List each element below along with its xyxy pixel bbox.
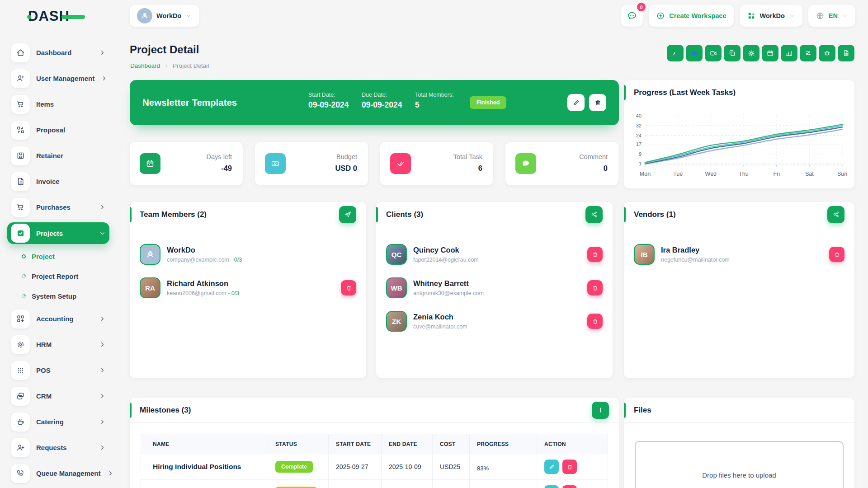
sidebar-subitem-system-setup[interactable]: System Setup	[7, 286, 109, 306]
language-label: EN	[829, 12, 838, 19]
chevron-down-icon	[789, 13, 795, 19]
remove-vendor-button[interactable]	[829, 247, 844, 262]
svg-text:40: 40	[636, 113, 642, 118]
timeline-button[interactable]	[800, 45, 816, 61]
sidebar-item-invoice[interactable]: Invoice	[7, 169, 109, 194]
remove-client-button[interactable]	[587, 247, 603, 262]
sidebar-item-dashboard[interactable]: Dashboard	[7, 40, 109, 66]
create-workspace-button[interactable]: Create Workspace	[649, 5, 733, 27]
project-name: Newsletter Templates	[142, 97, 237, 108]
calendar-icon	[766, 49, 774, 57]
table-row: Communication Updates Incomplete 2025-10…	[141, 480, 608, 488]
remove-client-button[interactable]	[587, 314, 603, 329]
accent-bar	[624, 207, 626, 222]
sidebar-item-user-management[interactable]: User Management	[7, 66, 109, 91]
remove-client-button[interactable]	[587, 280, 603, 296]
google-drive-button[interactable]	[667, 45, 684, 61]
client-row: ZK Zenia Koch cuve@mailinator.com	[376, 307, 613, 336]
report-button[interactable]	[838, 45, 854, 61]
chevron-down-icon	[185, 13, 192, 19]
due-date-group: Due Date: 09-09-2024	[362, 92, 402, 110]
onedrive-icon	[690, 49, 699, 58]
sidebar-item-projects[interactable]: Projects	[7, 222, 109, 244]
share-clients-button[interactable]	[585, 206, 603, 223]
language-selector[interactable]: EN	[808, 5, 855, 27]
file-dropzone[interactable]: Drop files here to upload	[635, 441, 844, 488]
edit-project-button[interactable]	[567, 94, 585, 111]
workspace-name: WorkDo	[156, 12, 181, 19]
trash-icon	[592, 251, 599, 258]
status-badge: Complete	[275, 461, 313, 473]
edit-milestone-button[interactable]	[544, 485, 559, 488]
add-milestone-button[interactable]	[592, 402, 609, 419]
apps-menu-button[interactable]: WorkDo	[740, 5, 802, 27]
google-drive-icon	[671, 49, 679, 57]
svg-text:Tue: Tue	[673, 171, 683, 177]
pencil-icon	[572, 99, 580, 107]
table-header-row: NAME STATUS START DATE END DATE COST PRO…	[141, 434, 608, 454]
app-logo[interactable]: DASH	[28, 8, 70, 24]
chevron-right-icon	[99, 444, 106, 451]
total-members-value: 5	[415, 100, 453, 110]
bug-button[interactable]	[819, 45, 835, 61]
sidebar-item-items[interactable]: Items	[7, 91, 109, 117]
sidebar-item-proposal[interactable]: Proposal	[7, 117, 109, 143]
sidebar-item-catering[interactable]: Catering	[7, 409, 109, 435]
stat-card-days-left: Days left-49	[130, 142, 243, 185]
copy-button[interactable]	[724, 45, 741, 61]
budget-value: USD 0	[335, 164, 357, 173]
chevron-right-icon	[99, 341, 106, 348]
sidebar-item-purchases[interactable]: Purchases	[7, 194, 109, 220]
svg-text:Fri: Fri	[773, 171, 780, 177]
sidebar-item-requests[interactable]: Requests	[7, 435, 109, 460]
sidebar-item-hrm[interactable]: HRM	[7, 332, 109, 357]
trash-icon	[592, 285, 599, 291]
quick-actions-toolbar	[667, 45, 854, 61]
accent-bar	[624, 85, 626, 100]
svg-text:17: 17	[636, 141, 642, 147]
svg-text:Mon: Mon	[640, 171, 651, 177]
avatar: WB	[386, 277, 407, 298]
sidebar-subitem-project[interactable]: Project	[7, 246, 109, 266]
video-button[interactable]	[705, 45, 722, 61]
settings-button[interactable]	[743, 45, 760, 61]
save-icon	[11, 146, 30, 165]
delete-milestone-button[interactable]	[562, 485, 577, 488]
accent-bar	[130, 403, 132, 418]
grid-plus-icon	[11, 310, 30, 328]
bullet-icon	[21, 293, 27, 299]
sidebar-item-accounting[interactable]: Accounting	[7, 306, 109, 332]
sidebar-item-queue-management[interactable]: Queue Management	[7, 460, 109, 486]
table-row: Hiring Individual Positions Complete 202…	[141, 454, 608, 480]
share-icon	[832, 211, 840, 218]
share-vendors-button[interactable]	[827, 206, 844, 223]
invite-member-button[interactable]	[339, 206, 356, 223]
edit-milestone-button[interactable]	[544, 460, 559, 474]
plus-icon	[597, 406, 604, 414]
breadcrumb-dashboard-link[interactable]: Dashboard	[130, 62, 160, 69]
bar-chart-icon	[785, 49, 793, 57]
sidebar-item-retainer[interactable]: Retainer	[7, 143, 109, 169]
send-icon	[344, 211, 352, 218]
delete-project-button[interactable]	[589, 94, 606, 111]
bug-icon	[823, 49, 831, 57]
workspace-selector[interactable]: WorkDo	[130, 5, 199, 27]
calendar-button[interactable]	[762, 45, 778, 61]
cart-icon	[11, 95, 30, 114]
chart-button[interactable]	[781, 45, 797, 61]
client-row: QC Quincy Cook fapor22014@oglerau.com	[376, 240, 613, 269]
onedrive-button[interactable]	[686, 45, 703, 61]
sidebar-subitem-project-report[interactable]: Project Report	[7, 266, 109, 286]
pencil-icon	[548, 464, 555, 470]
remove-member-button[interactable]	[341, 280, 356, 296]
page-title: Project Detail	[130, 43, 199, 56]
check-square-icon	[11, 224, 30, 243]
sidebar: Dashboard User Management Items Proposal…	[0, 40, 117, 486]
sidebar-item-crm[interactable]: CRM	[7, 383, 109, 409]
messages-button[interactable]: 0	[621, 5, 643, 27]
svg-text:32: 32	[636, 123, 642, 128]
delete-milestone-button[interactable]	[562, 460, 577, 474]
sidebar-item-pos[interactable]: POS	[7, 357, 109, 383]
team-member-row: WorkDo company@example.com - 0/3	[130, 240, 366, 269]
user-plus-icon	[11, 438, 30, 457]
